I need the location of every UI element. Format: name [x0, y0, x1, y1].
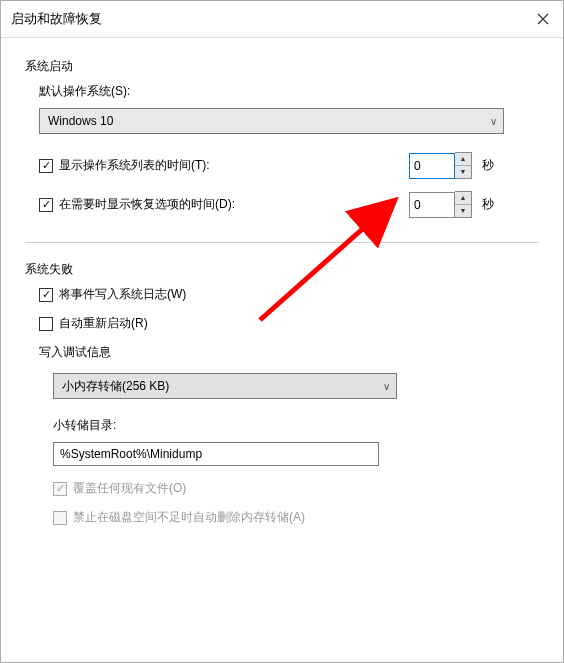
show-recovery-label: 在需要时显示恢复选项的时间(D):	[59, 196, 235, 213]
system-startup-section: 系统启动 默认操作系统(S): Windows 10 ∨ 显示操作系统列表的时间…	[25, 58, 539, 218]
close-button[interactable]	[533, 9, 553, 29]
default-os-select[interactable]: Windows 10 ∨	[39, 108, 504, 134]
spin-up-button[interactable]: ▲	[455, 153, 471, 166]
show-os-list-row: 显示操作系统列表的时间(T): ▲ ▼ 秒	[39, 152, 539, 179]
spin-down-button[interactable]: ▼	[455, 205, 471, 218]
spinner-buttons: ▲ ▼	[455, 152, 472, 179]
system-failure-label: 系统失败	[25, 261, 539, 278]
spinner-buttons: ▲ ▼	[455, 191, 472, 218]
show-recovery-time-input[interactable]	[409, 192, 455, 218]
dialog-content: 系统启动 默认操作系统(S): Windows 10 ∨ 显示操作系统列表的时间…	[1, 38, 563, 662]
titlebar: 启动和故障恢复	[1, 1, 563, 38]
write-event-label: 将事件写入系统日志(W)	[59, 286, 186, 303]
close-icon	[537, 13, 549, 25]
default-os-value: Windows 10	[48, 114, 113, 128]
default-os-label: 默认操作系统(S):	[39, 83, 539, 100]
dump-type-select[interactable]: 小内存转储(256 KB) ∨	[53, 373, 397, 399]
dialog-title: 启动和故障恢复	[11, 10, 102, 28]
overwrite-label: 覆盖任何现有文件(O)	[73, 480, 186, 497]
overwrite-checkbox	[53, 482, 67, 496]
auto-restart-label: 自动重新启动(R)	[59, 315, 148, 332]
section-divider	[25, 242, 539, 243]
write-event-checkbox[interactable]	[39, 288, 53, 302]
spin-up-button[interactable]: ▲	[455, 192, 471, 205]
chevron-down-icon: ∨	[383, 381, 390, 392]
spin-down-button[interactable]: ▼	[455, 166, 471, 179]
auto-restart-checkbox[interactable]	[39, 317, 53, 331]
show-os-list-checkbox[interactable]	[39, 159, 53, 173]
dump-type-value: 小内存转储(256 KB)	[62, 378, 169, 395]
debug-info-label: 写入调试信息	[39, 344, 539, 361]
show-recovery-checkbox[interactable]	[39, 198, 53, 212]
disable-auto-delete-checkbox	[53, 511, 67, 525]
disable-auto-delete-label: 禁止在磁盘空间不足时自动删除内存转储(A)	[73, 509, 305, 526]
show-recovery-row: 在需要时显示恢复选项的时间(D): ▲ ▼ 秒	[39, 191, 539, 218]
seconds-unit: 秒	[482, 157, 494, 174]
system-failure-section: 系统失败 将事件写入系统日志(W) 自动重新启动(R) 写入调试信息 小内存转储…	[25, 261, 539, 526]
dump-dir-input[interactable]	[53, 442, 379, 466]
system-startup-label: 系统启动	[25, 58, 539, 75]
seconds-unit: 秒	[482, 196, 494, 213]
chevron-down-icon: ∨	[490, 116, 497, 127]
dialog-window: 启动和故障恢复 系统启动 默认操作系统(S): Windows 10 ∨ 显示操…	[0, 0, 564, 663]
show-os-list-time-input[interactable]	[409, 153, 455, 179]
dump-dir-label: 小转储目录:	[53, 417, 539, 434]
show-os-list-label: 显示操作系统列表的时间(T):	[59, 157, 210, 174]
